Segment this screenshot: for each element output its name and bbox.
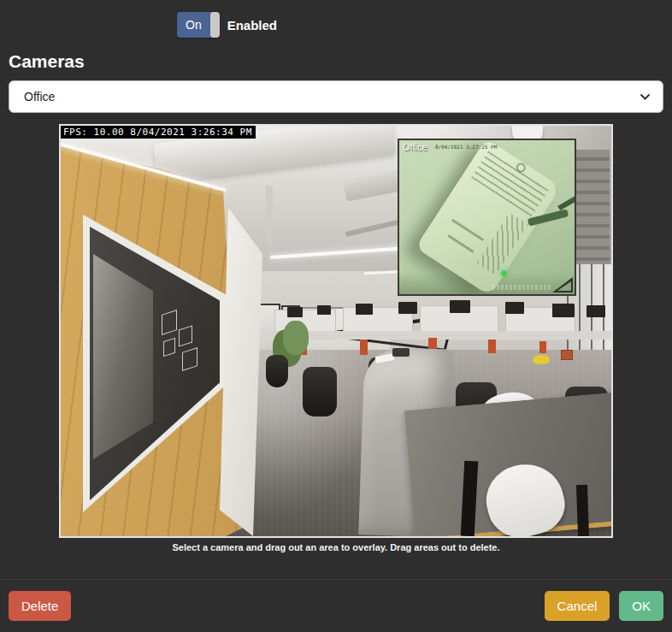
- toggle-handle[interactable]: [210, 12, 220, 38]
- scene-office-chair: [266, 355, 288, 387]
- inset-device-vents: [471, 149, 550, 216]
- scene-monitor: [450, 300, 470, 313]
- overlay-watermark: [492, 285, 552, 290]
- overlay-region[interactable]: Office 8/04/2021 3:27:25 PM: [398, 139, 576, 296]
- overlay-camera-label: Office: [403, 142, 427, 152]
- enabled-toggle[interactable]: On: [177, 12, 220, 38]
- overlay-timestamp: 8/04/2021 3:27:25 PM: [435, 144, 497, 150]
- cancel-button[interactable]: Cancel: [545, 591, 610, 621]
- scene-monitor: [552, 304, 575, 317]
- scene-desk-accent: [539, 341, 546, 353]
- page-title: Cameras: [9, 51, 672, 72]
- scene-plant-leaf: [283, 321, 309, 355]
- delete-button[interactable]: Delete: [9, 591, 71, 621]
- inset-device-slot: [447, 234, 475, 253]
- camera-select-value: Office: [24, 90, 55, 103]
- toggle-on-state: On: [177, 12, 210, 38]
- scene-pipe: [266, 186, 273, 245]
- camera-preview-canvas[interactable]: FPS: 10.00 8/04/2021 3:26:34 PM Office 8…: [59, 124, 613, 538]
- scene-monitor: [287, 307, 303, 317]
- scene-photo-frame: [561, 350, 573, 360]
- overlay-resize-handle-inner: [557, 281, 571, 291]
- inset-device-slot: [451, 219, 485, 241]
- scene-office-chair: [303, 367, 337, 416]
- scene-monitor: [505, 302, 524, 314]
- inset-scene-cable: [557, 195, 576, 210]
- scene-monitor: [356, 304, 373, 315]
- scene-desk-accent: [488, 340, 496, 353]
- scene-monitor: [317, 305, 331, 315]
- scene-phone: [392, 348, 410, 357]
- camera-select[interactable]: Office: [9, 80, 663, 113]
- fps-timestamp-overlay: FPS: 10.00 8/04/2021 3:26:34 PM: [61, 126, 256, 139]
- enabled-label: Enabled: [227, 18, 277, 32]
- scene-hard-hat: [533, 355, 550, 364]
- dialog-footer: Delete Cancel OK: [0, 579, 672, 632]
- scene-table-leg: [576, 485, 589, 536]
- enabled-toggle-row: On Enabled: [0, 0, 672, 38]
- footer-right-group: Cancel OK: [545, 591, 663, 621]
- scene-monitor: [398, 302, 417, 314]
- ok-button[interactable]: OK: [619, 591, 663, 621]
- camera-overlay-dialog: { "window": { "background": "#2e2e2e" },…: [0, 0, 672, 632]
- scene-desk-accent: [360, 340, 368, 355]
- scene-monitor: [587, 305, 605, 317]
- preview-caption: Select a camera and drag out an area to …: [0, 542, 672, 552]
- inset-device-vents: [477, 213, 528, 275]
- chevron-down-icon: [640, 90, 651, 103]
